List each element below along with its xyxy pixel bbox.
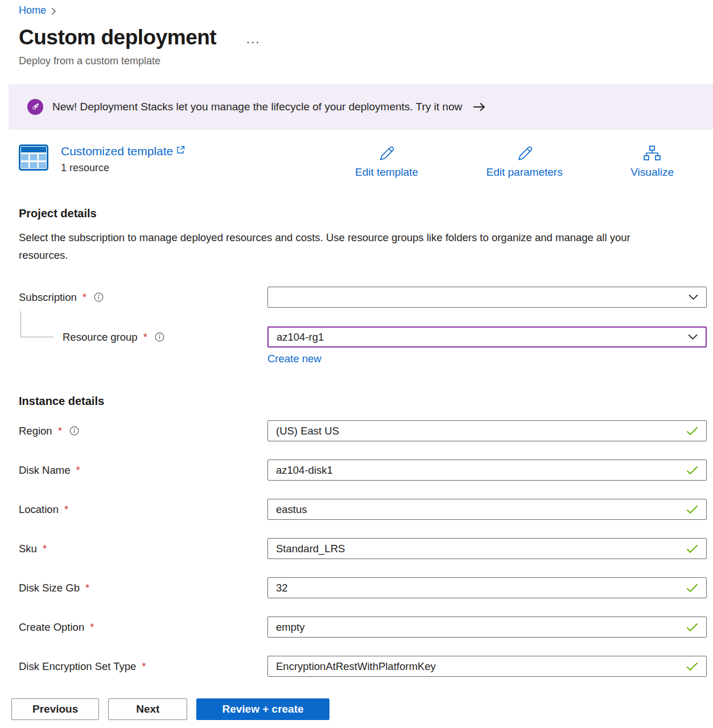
visualize-label: Visualize xyxy=(630,166,674,179)
required-marker: * xyxy=(76,464,80,477)
location-value: eastus xyxy=(276,503,307,516)
disk-size-input[interactable]: 32 xyxy=(267,577,707,598)
create-option-row: Create Option * empty xyxy=(19,617,707,638)
create-new-link[interactable]: Create new xyxy=(267,353,322,365)
edit-parameters-button[interactable]: Edit parameters xyxy=(487,144,563,179)
location-row: Location * eastus xyxy=(19,499,707,520)
edit-template-label: Edit template xyxy=(355,166,418,179)
visualize-button[interactable]: Visualize xyxy=(630,144,674,179)
chevron-down-icon xyxy=(689,294,698,300)
required-marker: * xyxy=(142,660,146,673)
sitemap-icon xyxy=(643,144,661,163)
disk-name-label: Disk Name xyxy=(19,464,70,477)
disk-size-row: Disk Size Gb * 32 xyxy=(19,577,707,598)
review-create-button[interactable]: Review + create xyxy=(196,698,329,720)
resource-group-label: Resource group xyxy=(63,331,138,344)
project-details-description: Select the subscription to manage deploy… xyxy=(19,229,673,264)
disk-encryption-set-type-row: Disk Encryption Set Type * EncryptionAtR… xyxy=(19,656,707,677)
sku-label: Sku xyxy=(19,543,37,555)
resource-count: 1 resource xyxy=(61,162,185,174)
title-row: Custom deployment ··· xyxy=(19,26,707,49)
required-marker: * xyxy=(83,291,86,304)
region-input[interactable]: (US) East US xyxy=(267,420,707,441)
tree-connector xyxy=(20,311,53,337)
disk-name-input[interactable]: az104-disk1 xyxy=(267,460,707,481)
page-subtitle: Deploy from a custom template xyxy=(19,55,707,67)
subscription-row: Subscription * xyxy=(19,287,707,308)
create-option-label: Create Option xyxy=(19,621,84,634)
main-content: Home Custom deployment ··· Deploy from a… xyxy=(0,0,713,677)
arrow-right-icon[interactable] xyxy=(472,102,486,112)
info-icon[interactable] xyxy=(155,332,164,342)
create-option-input[interactable]: empty xyxy=(267,617,707,638)
next-button[interactable]: Next xyxy=(108,698,187,720)
chevron-down-icon xyxy=(688,334,698,340)
required-marker: * xyxy=(143,331,147,344)
location-label: Location xyxy=(19,503,59,516)
valid-check-icon xyxy=(686,427,698,436)
external-link-icon xyxy=(176,146,185,154)
disk-encryption-set-type-input[interactable]: EncryptionAtRestWithPlatformKey xyxy=(267,656,707,677)
edit-parameters-label: Edit parameters xyxy=(487,166,563,179)
rocket-icon xyxy=(27,99,43,115)
info-icon[interactable] xyxy=(94,292,104,302)
disk-encryption-set-type-label: Disk Encryption Set Type xyxy=(19,660,136,673)
edit-template-button[interactable]: Edit template xyxy=(355,144,418,179)
more-options-button[interactable]: ··· xyxy=(246,35,260,49)
section-heading-instance-details: Instance details xyxy=(19,395,707,408)
wizard-footer: Previous Next Review + create xyxy=(0,686,713,728)
previous-button[interactable]: Previous xyxy=(11,698,99,720)
valid-check-icon xyxy=(686,623,698,632)
valid-check-icon xyxy=(686,466,698,475)
page-title: Custom deployment xyxy=(19,26,216,49)
pencil-icon xyxy=(516,144,534,163)
region-row: Region * (US) East US xyxy=(19,420,707,441)
required-marker: * xyxy=(58,425,62,437)
region-label: Region xyxy=(19,425,52,437)
subscription-label: Subscription xyxy=(19,291,77,304)
region-value: (US) East US xyxy=(276,425,339,437)
required-marker: * xyxy=(90,621,94,634)
template-link-label: Customized template xyxy=(61,144,173,158)
valid-check-icon xyxy=(686,544,698,553)
resource-group-value: az104-rg1 xyxy=(277,331,324,344)
resource-group-row: Resource group * az104-rg1 Create new xyxy=(19,326,707,365)
required-marker: * xyxy=(43,543,47,555)
disk-size-label: Disk Size Gb xyxy=(19,582,80,594)
sku-value: Standard_LRS xyxy=(276,543,345,555)
subscription-dropdown[interactable] xyxy=(267,287,707,308)
chevron-right-icon xyxy=(51,6,56,15)
section-heading-project-details: Project details xyxy=(19,207,707,220)
create-option-value: empty xyxy=(276,621,304,634)
valid-check-icon xyxy=(686,505,698,514)
sku-input[interactable]: Standard_LRS xyxy=(267,538,707,559)
disk-name-row: Disk Name * az104-disk1 xyxy=(19,460,707,481)
pencil-icon xyxy=(377,144,395,163)
required-marker: * xyxy=(64,503,68,516)
valid-check-icon xyxy=(686,584,698,593)
resource-group-dropdown[interactable]: az104-rg1 xyxy=(267,326,707,348)
banner-message: New! Deployment Stacks let you manage th… xyxy=(52,101,462,113)
deployment-stacks-banner[interactable]: New! Deployment Stacks let you manage th… xyxy=(9,84,713,130)
disk-name-value: az104-disk1 xyxy=(276,464,333,477)
disk-size-value: 32 xyxy=(276,582,288,594)
location-input[interactable]: eastus xyxy=(267,499,707,520)
template-card: Customized template 1 resource Edit temp… xyxy=(19,144,707,179)
breadcrumb-home-link[interactable]: Home xyxy=(19,5,46,16)
breadcrumb: Home xyxy=(19,5,707,16)
required-marker: * xyxy=(85,582,89,594)
template-actions: Edit template Edit parameters Visua xyxy=(355,144,674,179)
sku-row: Sku * Standard_LRS xyxy=(19,538,707,559)
info-icon[interactable] xyxy=(69,426,79,436)
customized-template-link[interactable]: Customized template xyxy=(61,144,185,158)
valid-check-icon xyxy=(686,662,698,671)
disk-encryption-set-type-value: EncryptionAtRestWithPlatformKey xyxy=(276,660,436,673)
template-grid-icon xyxy=(19,144,48,171)
